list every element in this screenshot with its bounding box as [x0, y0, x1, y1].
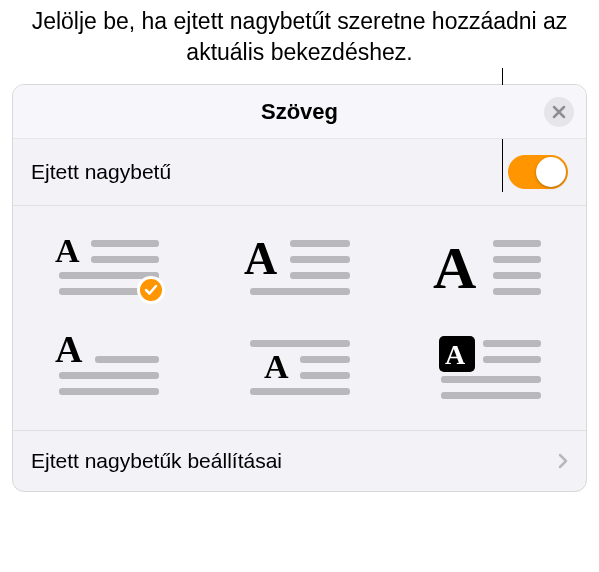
dropcap-style-2-icon: A — [240, 230, 360, 306]
dropcap-toggle[interactable] — [508, 155, 568, 189]
check-icon — [144, 284, 158, 296]
svg-rect-7 — [290, 256, 350, 263]
dropcap-style-1[interactable]: A — [13, 218, 204, 318]
svg-rect-28 — [441, 376, 541, 383]
svg-rect-13 — [493, 272, 541, 279]
svg-rect-22 — [300, 372, 350, 379]
svg-text:A: A — [244, 233, 277, 284]
dropcap-style-3-icon: A — [431, 230, 551, 306]
svg-text:A: A — [55, 330, 83, 370]
dropcap-label: Ejtett nagybetű — [31, 160, 171, 184]
dropcap-style-5[interactable]: A — [204, 318, 395, 418]
dropcap-style-6-icon: A — [431, 330, 551, 406]
svg-text:A: A — [264, 348, 289, 385]
svg-text:A: A — [433, 235, 476, 301]
panel-header: Szöveg — [13, 85, 586, 139]
dropcap-settings-row[interactable]: Ejtett nagybetűk beállításai — [13, 431, 586, 491]
chevron-right-icon — [558, 453, 568, 469]
svg-rect-29 — [441, 392, 541, 399]
dropcap-style-grid: A A A — [13, 206, 586, 431]
svg-rect-17 — [59, 372, 159, 379]
svg-rect-1 — [91, 240, 159, 247]
dropcap-settings-label: Ejtett nagybetűk beállításai — [31, 449, 282, 473]
dropcap-style-2[interactable]: A — [204, 218, 395, 318]
dropcap-style-5-icon: A — [240, 330, 360, 406]
svg-rect-18 — [59, 388, 159, 395]
svg-text:A: A — [55, 232, 80, 269]
svg-rect-26 — [483, 340, 541, 347]
text-panel: Szöveg Ejtett nagybetű A — [12, 84, 587, 492]
dropcap-style-4-icon: A — [49, 330, 169, 406]
callout-text-content: Jelölje be, ha ejtett nagybetűt szeretne… — [32, 8, 568, 65]
svg-rect-21 — [300, 356, 350, 363]
dropcap-toggle-row: Ejtett nagybetű — [13, 139, 586, 206]
svg-text:A: A — [445, 339, 466, 370]
svg-rect-8 — [290, 272, 350, 279]
svg-rect-12 — [493, 256, 541, 263]
selected-check-badge — [137, 276, 165, 304]
svg-rect-6 — [290, 240, 350, 247]
svg-rect-2 — [91, 256, 159, 263]
svg-rect-14 — [493, 288, 541, 295]
dropcap-style-3[interactable]: A — [395, 218, 586, 318]
svg-rect-19 — [250, 340, 350, 347]
dropcap-style-6[interactable]: A — [395, 318, 586, 418]
panel-title: Szöveg — [261, 99, 338, 125]
svg-rect-23 — [250, 388, 350, 395]
close-icon — [552, 105, 566, 119]
svg-rect-9 — [250, 288, 350, 295]
toggle-knob — [536, 157, 566, 187]
svg-rect-11 — [493, 240, 541, 247]
svg-rect-27 — [483, 356, 541, 363]
callout-text: Jelölje be, ha ejtett nagybetűt szeretne… — [0, 0, 599, 74]
svg-rect-16 — [95, 356, 159, 363]
close-button[interactable] — [544, 97, 574, 127]
dropcap-style-4[interactable]: A — [13, 318, 204, 418]
